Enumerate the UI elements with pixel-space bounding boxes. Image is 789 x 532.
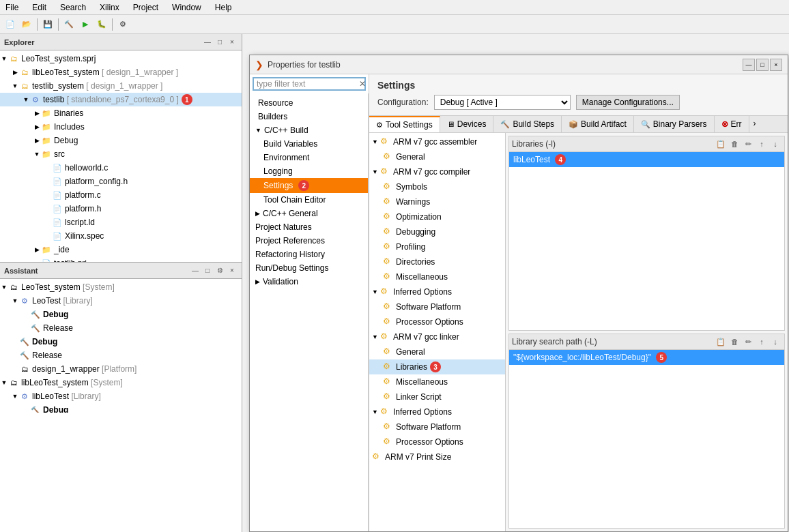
expand-debug-folder[interactable]: ▶: [33, 136, 41, 145]
st-inferred-linker[interactable]: ▼ ⚙ Inferred Options: [369, 404, 505, 419]
tree-item-platform-c[interactable]: 📄 platform.c: [0, 188, 242, 202]
tree-item-libleotest-sys[interactable]: ▶ 🗂 libLeoTest_system [ design_1_wrapper…: [0, 65, 242, 79]
nav-cpp-general[interactable]: ▶ C/C++ General: [250, 207, 368, 220]
tree-item-testlib-prj[interactable]: 📄 testlib.prj: [0, 256, 242, 262]
tab-tool-settings[interactable]: ⚙ Tool Settings: [369, 116, 440, 132]
asst-libleotest-lib[interactable]: ▼ ⚙ libLeoTest [Library]: [0, 389, 242, 403]
manage-configurations-btn[interactable]: Manage Configurations...: [576, 95, 680, 110]
asst-release2[interactable]: 🔨 Release: [0, 349, 242, 362]
nav-settings[interactable]: Settings 2: [250, 178, 368, 193]
assistant-close-icon[interactable]: ×: [227, 265, 238, 276]
expand-asst-leotest-sys[interactable]: ▼: [0, 283, 8, 291]
config-select[interactable]: Debug [ Active ]: [434, 95, 571, 110]
lib-delete-icon[interactable]: 🗑: [728, 138, 741, 150]
tree-item-platform-h[interactable]: 📄 platform.h: [0, 202, 242, 216]
st-proc-options-compiler[interactable]: ⚙ Processor Options: [369, 314, 505, 329]
tab-devices[interactable]: 🖥 Devices: [440, 116, 494, 132]
run-btn[interactable]: ▶: [78, 17, 93, 32]
path-add-icon[interactable]: 📋: [715, 336, 727, 348]
lib-edit-icon[interactable]: ✏: [742, 138, 754, 150]
st-debugging[interactable]: ⚙ Debugging: [369, 224, 505, 239]
nav-build-vars[interactable]: Build Variables: [250, 137, 368, 151]
lib-add-icon[interactable]: 📋: [715, 138, 727, 150]
asst-debug3[interactable]: 🔨 Debug: [0, 403, 242, 413]
st-proc-options-linker[interactable]: ⚙ Processor Options: [369, 434, 505, 449]
asst-debug2[interactable]: 🔨 Debug: [0, 335, 242, 349]
st-libraries[interactable]: ⚙ Libraries 3: [369, 359, 505, 374]
nav-tool-chain-editor[interactable]: Tool Chain Editor: [250, 193, 368, 207]
expand-testlib[interactable]: ▼: [22, 95, 30, 104]
tab-build-artifact[interactable]: 📦 Build Artifact: [562, 116, 634, 132]
tab-error-parsers[interactable]: ⊗ Err: [715, 116, 749, 132]
tab-build-steps[interactable]: 🔨 Build Steps: [493, 116, 562, 132]
path-edit-icon[interactable]: ✏: [742, 336, 754, 348]
lib-down-icon[interactable]: ↓: [769, 138, 781, 150]
expand-asst-leotest-lib[interactable]: ▼: [11, 297, 19, 305]
st-linker-script[interactable]: ⚙ Linker Script: [369, 389, 505, 404]
path-delete-icon[interactable]: 🗑: [728, 336, 741, 348]
st-asm-general[interactable]: ⚙ General: [369, 149, 505, 164]
tab-more-btn[interactable]: ›: [749, 116, 760, 132]
asst-libleotest-sys[interactable]: ▼ 🗂 libLeoTest_system [System]: [0, 376, 242, 389]
path-down-icon[interactable]: ↓: [769, 336, 781, 348]
tab-binary-parsers[interactable]: 🔍 Binary Parsers: [634, 116, 715, 132]
st-symbols[interactable]: ⚙ Symbols: [369, 179, 505, 194]
menu-help[interactable]: Help: [212, 3, 235, 12]
st-sw-platform-linker[interactable]: ⚙ Software Platform: [369, 419, 505, 434]
dialog-minimize-btn[interactable]: —: [743, 59, 755, 71]
nav-run-debug[interactable]: Run/Debug Settings: [250, 261, 368, 275]
expand-includes[interactable]: ▶: [33, 123, 41, 131]
assistant-settings-icon[interactable]: ⚙: [214, 265, 225, 276]
explorer-minimize-icon[interactable]: —: [202, 37, 213, 48]
st-miscellaneous[interactable]: ⚙ Miscellaneous: [369, 269, 505, 284]
dialog-maximize-btn[interactable]: □: [756, 59, 769, 71]
st-linker-general[interactable]: ⚙ General: [369, 344, 505, 359]
nav-refactoring[interactable]: Refactoring History: [250, 248, 368, 261]
dialog-close-btn[interactable]: ×: [770, 59, 782, 71]
nav-builders[interactable]: Builders: [250, 110, 368, 123]
expand-leotest-prj[interactable]: ▼: [0, 55, 8, 63]
st-directories[interactable]: ⚙ Directories: [369, 254, 505, 269]
menu-xilinx[interactable]: Xilinx: [97, 3, 122, 12]
tree-item-ide[interactable]: ▶ 📁 _ide: [0, 243, 242, 256]
st-arm-print-size[interactable]: ⚙ ARM v7 Print Size: [369, 449, 505, 464]
expand-libleotest-sys[interactable]: ▶: [11, 68, 19, 76]
asst-leotest-sys[interactable]: ▼ 🗂 LeoTest_system [System]: [0, 280, 242, 294]
st-warnings[interactable]: ⚙ Warnings: [369, 194, 505, 209]
st-profiling[interactable]: ⚙ Profiling: [369, 239, 505, 254]
tree-item-includes[interactable]: ▶ 📁 Includes: [0, 120, 242, 134]
debug-btn[interactable]: 🐛: [94, 17, 109, 32]
st-optimization[interactable]: ⚙ Optimization: [369, 209, 505, 224]
st-sw-platform-compiler[interactable]: ⚙ Software Platform: [369, 299, 505, 314]
tree-item-helloworld[interactable]: 📄 helloworld.c: [0, 161, 242, 175]
tree-item-xilinx-spec[interactable]: 📄 Xilinx.spec: [0, 229, 242, 243]
st-arm-gcc-compiler[interactable]: ▼ ⚙ ARM v7 gcc compiler: [369, 164, 505, 179]
asst-release1[interactable]: 🔨 Release: [0, 321, 242, 335]
nav-validation[interactable]: ▶ Validation: [250, 275, 368, 289]
st-arm-gcc-asm[interactable]: ▼ ⚙ ARM v7 gcc assembler: [369, 134, 505, 149]
expand-asst-libleotest[interactable]: ▼: [0, 379, 8, 387]
explorer-close-icon[interactable]: ×: [227, 37, 238, 48]
tree-item-testlib-sys[interactable]: ▼ 🗂 testlib_system [ design_1_wrapper ]: [0, 79, 242, 93]
tree-item-lscript[interactable]: 📄 lscript.ld: [0, 216, 242, 229]
expand-src[interactable]: ▼: [33, 150, 41, 158]
st-arm-gcc-linker[interactable]: ▼ ⚙ ARM v7 gcc linker: [369, 329, 505, 344]
nav-project-references[interactable]: Project References: [250, 234, 368, 248]
nav-environment[interactable]: Environment: [250, 151, 368, 164]
settings-btn[interactable]: ⚙: [115, 17, 130, 32]
menu-file[interactable]: File: [3, 3, 21, 12]
nav-cpp-build[interactable]: ▼ C/C++ Build: [250, 123, 368, 137]
st-inferred-compiler[interactable]: ▼ ⚙ Inferred Options: [369, 284, 505, 299]
path-item-workspace[interactable]: "${workspace_loc:/libLeoTest/Debug}" 5: [509, 350, 784, 365]
nav-project-natures[interactable]: Project Natures: [250, 220, 368, 234]
nav-logging[interactable]: Logging: [250, 164, 368, 178]
path-up-icon[interactable]: ↑: [756, 336, 768, 348]
menu-project[interactable]: Project: [130, 3, 161, 12]
lib-up-icon[interactable]: ↑: [756, 138, 768, 150]
menu-edit[interactable]: Edit: [29, 3, 49, 12]
asst-debug1[interactable]: 🔨 Debug: [0, 308, 242, 321]
tree-item-platform-config[interactable]: 📄 platform_config.h: [0, 175, 242, 188]
tree-item-leotest-prj[interactable]: ▼ 🗂 LeoTest_system.sprj: [0, 52, 242, 65]
asst-design1[interactable]: 🗂 design_1_wrapper [Platform]: [0, 362, 242, 376]
explorer-maximize-icon[interactable]: □: [214, 37, 225, 48]
